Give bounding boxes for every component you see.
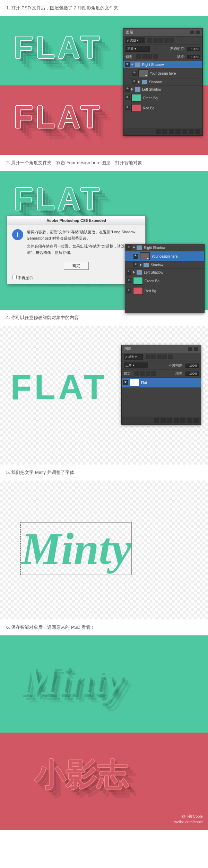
layer-name: Shadow: [149, 80, 201, 84]
flat-logo-green: FLAT: [14, 30, 102, 66]
layer-row[interactable]: Right Shadow: [123, 61, 202, 68]
disclosure-icon[interactable]: [131, 64, 134, 66]
mask-icon[interactable]: [167, 418, 172, 423]
layer-thumb[interactable]: [133, 277, 143, 285]
layer-name: Shadow: [151, 263, 203, 267]
trash-icon[interactable]: [193, 418, 199, 423]
layers-panel-smart[interactable]: 图层ρ 类型 ▾正常 ▾不透明度:100%锁定:填充:100%Flat: [121, 345, 201, 425]
layer-row[interactable]: Left Shadow: [123, 86, 202, 93]
disclosure-icon[interactable]: [138, 81, 140, 83]
visibility-icon[interactable]: [133, 254, 138, 259]
fill-input[interactable]: 100%: [185, 372, 199, 376]
visibility-icon[interactable]: [125, 95, 130, 100]
menu-icon[interactable]: [194, 347, 198, 351]
layer-row[interactable]: Green Bg: [125, 276, 204, 286]
layer-thumb[interactable]: [133, 287, 143, 295]
panel-controls[interactable]: [188, 347, 198, 351]
opacity-label: 不透明度:: [170, 47, 185, 51]
visibility-icon[interactable]: [127, 278, 131, 283]
folder-icon: [144, 263, 149, 267]
dialog-line2: 文件必须存储在同一位置。如果出现"存储为"对话框，请选择"取消"，拼合图像，然后…: [27, 243, 140, 256]
visibility-icon[interactable]: [132, 80, 137, 84]
layers-panel[interactable]: 图层ρ 类型 ▾穿透 ▾不透明度:100%锁定:填充:100%Right Sha…: [123, 28, 203, 136]
step-5-text: 5. 我们把文字 Minty 并调整了字体: [0, 465, 208, 481]
chinese-final: 小影志: [35, 753, 128, 796]
visibility-icon[interactable]: [132, 71, 137, 76]
visibility-icon[interactable]: [127, 270, 131, 275]
fill-adj-icon[interactable]: [175, 129, 181, 134]
minty-text-editing[interactable]: Minty: [21, 522, 132, 575]
dialog-title: Adobe Photoshop CS6 Extended: [7, 216, 145, 225]
lock-icons[interactable]: [136, 54, 158, 60]
trash-icon[interactable]: [195, 129, 200, 134]
disclosure-icon[interactable]: [133, 271, 135, 274]
layer-row[interactable]: Your design here: [123, 68, 202, 78]
link-icon[interactable]: [156, 129, 161, 134]
layer-row[interactable]: Red Bg: [125, 286, 204, 296]
group-icon[interactable]: [180, 418, 185, 423]
filter-icons[interactable]: [147, 38, 174, 43]
blend-select[interactable]: 正常 ▾: [124, 362, 148, 368]
layer-row[interactable]: Red Bg: [123, 103, 202, 113]
section-5: Minty: [0, 481, 208, 619]
visibility-icon[interactable]: [125, 87, 130, 92]
visibility-icon[interactable]: [133, 262, 138, 267]
visibility-icon[interactable]: [125, 62, 130, 67]
dont-show-checkbox[interactable]: [12, 275, 17, 279]
fx-icon[interactable]: [161, 418, 166, 423]
ok-button[interactable]: 确定: [64, 262, 89, 270]
menu-icon[interactable]: [196, 31, 200, 34]
new-layer-icon[interactable]: [187, 418, 192, 423]
watermark-line2: weibo.com/cople: [174, 819, 203, 825]
layer-thumb[interactable]: [130, 379, 139, 386]
layer-row[interactable]: Your design here: [125, 251, 204, 261]
layer-row[interactable]: Green Bg: [123, 93, 202, 103]
link-icon[interactable]: [154, 418, 159, 423]
lock-icons[interactable]: [134, 371, 156, 376]
filter-row: ρ 类型 ▾: [122, 353, 201, 361]
smart-object-thumb[interactable]: [138, 69, 148, 77]
panel-footer: [122, 417, 201, 424]
filter-icons[interactable]: [145, 354, 173, 360]
folder-icon: [142, 80, 147, 84]
visibility-icon[interactable]: [125, 106, 130, 110]
panel-controls[interactable]: [190, 31, 200, 34]
panel-tab-row: 图层: [122, 345, 201, 353]
disclosure-icon[interactable]: [133, 247, 136, 249]
blend-select[interactable]: 穿透 ▾: [125, 46, 150, 52]
kind-select[interactable]: ρ 类型 ▾: [124, 354, 143, 360]
layer-row[interactable]: Shadow: [125, 261, 204, 269]
layer-row[interactable]: Flat: [122, 378, 201, 388]
visibility-icon[interactable]: [127, 245, 131, 250]
layer-row[interactable]: Left Shadow: [125, 269, 204, 276]
layer-name: Left Shadow: [144, 270, 203, 274]
opacity-input[interactable]: 100%: [187, 47, 200, 51]
new-layer-icon[interactable]: [189, 129, 194, 134]
fx-icon[interactable]: [162, 129, 167, 134]
layer-name: Green Bg: [145, 279, 203, 283]
layer-name: Green Bg: [143, 96, 201, 100]
visibility-icon[interactable]: [123, 380, 128, 385]
layer-thumb[interactable]: [131, 104, 141, 112]
group-icon[interactable]: [182, 129, 187, 134]
smart-object-thumb[interactable]: [140, 252, 150, 260]
layer-name: Left Shadow: [142, 87, 201, 91]
collapse-icon[interactable]: [188, 347, 192, 351]
panel-title: 图层: [126, 30, 133, 35]
fill-adj-icon[interactable]: [174, 418, 179, 423]
fill-input[interactable]: 100%: [187, 55, 200, 59]
layer-row[interactable]: Right Shadow: [125, 244, 204, 251]
kind-select[interactable]: ρ 类型 ▾: [125, 37, 145, 43]
panel-tab-row: 图层: [123, 28, 202, 36]
flat-logo-red: FLAT: [14, 99, 102, 135]
disclosure-icon[interactable]: [131, 88, 133, 91]
collapse-icon[interactable]: [190, 31, 194, 34]
disclosure-icon[interactable]: [140, 264, 142, 266]
mask-icon[interactable]: [169, 129, 174, 134]
panel-title: 图层: [124, 347, 131, 351]
layers-panel-partial[interactable]: Right ShadowYour design hereShadowLeft S…: [125, 244, 205, 313]
layer-thumb[interactable]: [131, 94, 141, 102]
opacity-input[interactable]: 100%: [185, 364, 199, 368]
visibility-icon[interactable]: [127, 289, 131, 293]
layer-row[interactable]: Shadow: [123, 78, 202, 86]
